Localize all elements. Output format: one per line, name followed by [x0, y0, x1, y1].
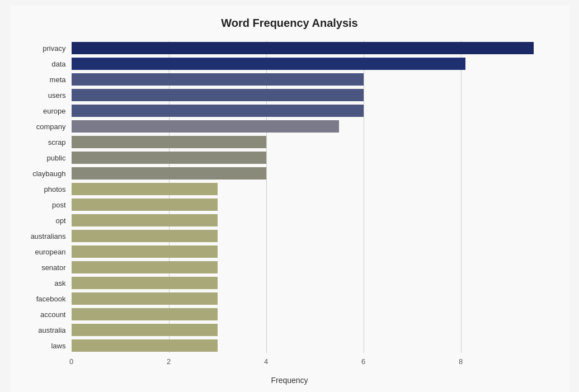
x-tick: 2 — [167, 357, 171, 366]
bar-wrapper — [72, 105, 558, 117]
bar-label: privacy — [21, 44, 72, 53]
bar-row: claybaugh — [21, 166, 558, 181]
bar — [72, 73, 364, 86]
bars-container: privacydatametauserseuropecompanyscrappu… — [21, 41, 558, 353]
bar — [72, 339, 218, 352]
bar-wrapper — [72, 89, 558, 101]
bar-label: scrap — [21, 138, 72, 147]
bar-label: opt — [21, 216, 72, 225]
bar-wrapper — [72, 42, 558, 54]
bar-wrapper — [72, 199, 558, 211]
bar-wrapper — [72, 214, 558, 226]
bar-label: account — [21, 310, 72, 319]
bar-row: photos — [21, 182, 558, 196]
bar-wrapper — [72, 136, 558, 148]
bar-row: australians — [21, 229, 558, 243]
bar-label: claybaugh — [21, 169, 72, 178]
x-axis: 02468 — [72, 357, 558, 371]
bar — [72, 245, 218, 258]
bar — [72, 214, 218, 226]
bar-row: public — [21, 150, 558, 165]
bar-wrapper — [72, 324, 558, 336]
x-tick: 6 — [361, 357, 365, 366]
bar-row: senator — [21, 260, 558, 275]
bar-label: meta — [21, 75, 72, 84]
bar-row: australia — [21, 323, 558, 337]
bar-label: company — [21, 122, 72, 131]
bar-row: opt — [21, 213, 558, 228]
bar-row: company — [21, 119, 558, 134]
bar-row: facebook — [21, 291, 558, 306]
bar — [72, 152, 266, 164]
bar-wrapper — [72, 58, 558, 70]
bar-wrapper — [72, 292, 558, 305]
bar — [72, 167, 266, 180]
bar-label: photos — [21, 185, 72, 193]
bar — [72, 42, 534, 54]
bar-label: europe — [21, 107, 72, 115]
bar-row: ask — [21, 276, 558, 290]
bar-wrapper — [72, 73, 558, 86]
x-axis-label: Frequency — [21, 376, 558, 385]
bar-wrapper — [72, 167, 558, 180]
bar-row: privacy — [21, 41, 558, 55]
bar-row: meta — [21, 72, 558, 87]
bar-wrapper — [72, 183, 558, 195]
bar-row: account — [21, 307, 558, 322]
bar — [72, 230, 218, 242]
bar-row: post — [21, 197, 558, 212]
bar — [72, 58, 466, 70]
bar-label: senator — [21, 263, 72, 272]
bar — [72, 183, 218, 195]
bar-wrapper — [72, 120, 558, 133]
bar-label: australians — [21, 232, 72, 240]
bar — [72, 277, 218, 289]
bar — [72, 199, 218, 211]
bar — [72, 136, 266, 148]
bar-label: australia — [21, 326, 72, 334]
bar — [72, 261, 218, 273]
bar-row: scrap — [21, 135, 558, 149]
bar-label: laws — [21, 342, 72, 350]
bar — [72, 292, 218, 305]
bar-label: users — [21, 91, 72, 100]
bar — [72, 89, 364, 101]
bar-label: data — [21, 60, 72, 68]
bar-label: post — [21, 201, 72, 209]
bar-wrapper — [72, 152, 558, 164]
bar-label: public — [21, 154, 72, 162]
chart-container: Word Frequency Analysis privacydatametau… — [10, 6, 569, 392]
bar-row: europe — [21, 103, 558, 118]
bar-row: laws — [21, 338, 558, 353]
bar-label: ask — [21, 279, 72, 287]
bar-row: data — [21, 56, 558, 71]
bar-row: users — [21, 88, 558, 102]
bar-label: facebook — [21, 295, 72, 303]
bar-wrapper — [72, 339, 558, 352]
chart-title: Word Frequency Analysis — [21, 17, 558, 30]
x-tick: 0 — [69, 357, 73, 366]
bar — [72, 105, 364, 117]
bar — [72, 308, 218, 320]
bar-row: european — [21, 244, 558, 259]
x-tick: 8 — [459, 357, 463, 366]
bar-wrapper — [72, 261, 558, 273]
bar-wrapper — [72, 277, 558, 289]
bar-wrapper — [72, 308, 558, 320]
bar-wrapper — [72, 230, 558, 242]
x-tick: 4 — [264, 357, 268, 366]
bar-wrapper — [72, 245, 558, 258]
bar — [72, 324, 218, 336]
bar — [72, 120, 340, 133]
bar-label: european — [21, 248, 72, 256]
